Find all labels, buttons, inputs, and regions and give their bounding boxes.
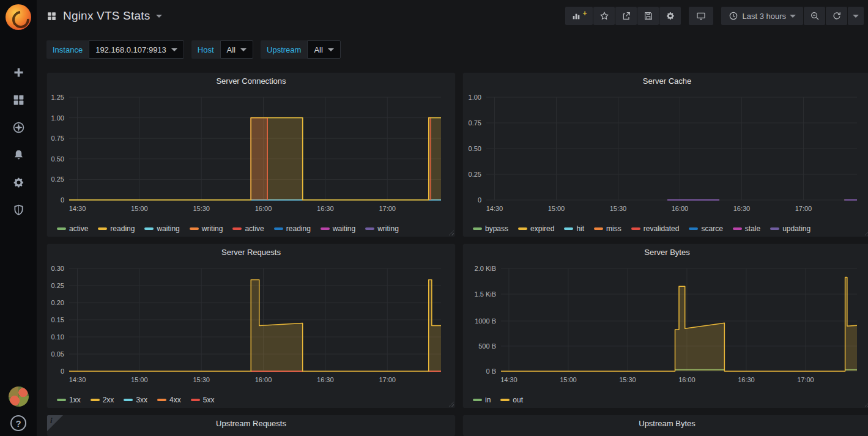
- add-icon[interactable]: [12, 65, 25, 79]
- legend-item-updating[interactable]: updating: [770, 224, 811, 233]
- chart-canvas: 1.000.750.500.25014:3015:0015:3016:0016:…: [463, 90, 868, 220]
- variable-upstream-value[interactable]: All: [307, 40, 340, 59]
- template-variables-row: Instance 192.168.0.107:9913 Host All Ups…: [46, 40, 341, 59]
- refresh-interval-dropdown[interactable]: [848, 7, 864, 25]
- svg-text:14:30: 14:30: [500, 376, 517, 383]
- dashboards-icon[interactable]: [12, 93, 25, 106]
- svg-text:16:00: 16:00: [678, 376, 696, 383]
- svg-text:15:30: 15:30: [193, 376, 210, 383]
- variable-instance-value[interactable]: 192.168.0.107:9913: [89, 40, 184, 59]
- chart-canvas: 2.0 KiB1.5 KiB1000 B500 B0 B14:3015:0015…: [463, 261, 868, 391]
- chart-plot-area[interactable]: 1.000.750.500.25014:3015:0015:3016:0016:…: [463, 90, 868, 220]
- panel-title[interactable]: Upstream Bytes: [463, 415, 868, 432]
- refresh-button[interactable]: [826, 7, 847, 25]
- share-button[interactable]: [615, 7, 637, 25]
- legend-item-writing[interactable]: writing: [365, 224, 399, 233]
- grafana-logo[interactable]: [6, 4, 31, 30]
- help-icon[interactable]: ?: [10, 415, 26, 431]
- legend-item-miss[interactable]: miss: [594, 224, 621, 233]
- variable-host: Host All: [191, 40, 253, 59]
- legend-label: 1xx: [69, 396, 81, 404]
- legend-item-3xx[interactable]: 3xx: [124, 396, 147, 404]
- svg-text:16:00: 16:00: [255, 205, 272, 212]
- alerting-bell-icon[interactable]: [12, 148, 25, 161]
- star-button[interactable]: [593, 7, 615, 25]
- legend-color-dash: [98, 227, 107, 230]
- cycle-view-mode-button[interactable]: [689, 7, 713, 25]
- legend-item-1xx[interactable]: 1xx: [57, 396, 81, 404]
- panel-title[interactable]: Server Cache: [463, 73, 868, 90]
- legend-item-bypass[interactable]: bypass: [473, 224, 508, 233]
- legend-item-active[interactable]: active: [57, 224, 88, 233]
- legend-item-reading[interactable]: reading: [98, 224, 135, 233]
- svg-text:17:00: 17:00: [795, 205, 812, 212]
- svg-text:17:00: 17:00: [797, 376, 814, 383]
- svg-text:17:00: 17:00: [379, 205, 396, 212]
- title-caret-icon: [156, 15, 162, 18]
- sidebar: ?: [0, 0, 37, 436]
- legend-color-dash: [500, 399, 510, 401]
- svg-text:0.10: 0.10: [51, 333, 64, 341]
- svg-text:0: 0: [61, 368, 64, 375]
- svg-text:0 B: 0 B: [486, 368, 496, 375]
- svg-text:1.00: 1.00: [51, 114, 64, 122]
- configuration-gear-icon[interactable]: [12, 176, 25, 189]
- legend-item-waiting[interactable]: waiting: [321, 224, 355, 233]
- svg-text:0.50: 0.50: [469, 145, 481, 152]
- add-panel-button[interactable]: +: [565, 7, 593, 25]
- legend-item-expired[interactable]: expired: [518, 224, 554, 233]
- chart-legend: bypassexpiredhitmissrevalidatedscarcesta…: [463, 220, 868, 238]
- monitor-icon: [696, 11, 706, 21]
- svg-text:16:30: 16:30: [317, 376, 334, 383]
- legend-item-in[interactable]: in: [473, 396, 491, 404]
- legend-item-reading[interactable]: reading: [274, 224, 311, 233]
- svg-text:0.15: 0.15: [51, 316, 64, 323]
- legend-item-waiting[interactable]: waiting: [144, 224, 179, 233]
- chevron-down-icon: [240, 48, 247, 51]
- legend-item-active[interactable]: active: [232, 224, 264, 233]
- zoom-out-button[interactable]: [804, 7, 825, 25]
- panel-title[interactable]: Server Requests: [47, 244, 455, 261]
- chart-plot-area[interactable]: 2.0 KiB1.5 KiB1000 B500 B0 B14:3015:0015…: [463, 261, 868, 391]
- server-admin-shield-icon[interactable]: [12, 203, 25, 216]
- legend-item-5xx[interactable]: 5xx: [191, 396, 215, 404]
- legend-item-writing[interactable]: writing: [190, 224, 223, 233]
- chart-plot-area[interactable]: 0.300.250.200.150.100.05014:3015:0015:30…: [47, 261, 455, 391]
- legend-item-scarce[interactable]: scarce: [689, 224, 722, 233]
- legend-color-dash: [473, 227, 482, 230]
- svg-text:0.25: 0.25: [469, 171, 481, 178]
- dashboard-title-button[interactable]: Nginx VTS Stats: [46, 0, 162, 32]
- refresh-caret-icon: [853, 15, 859, 18]
- legend-color-dash: [594, 227, 603, 230]
- legend-color-dash: [144, 227, 154, 230]
- explore-compass-icon[interactable]: [12, 120, 25, 134]
- legend-item-4xx[interactable]: 4xx: [157, 396, 181, 404]
- svg-text:0.75: 0.75: [469, 119, 481, 127]
- panel-title[interactable]: Server Bytes: [463, 244, 868, 261]
- panel-info-corner-icon[interactable]: i: [47, 415, 63, 431]
- svg-text:16:30: 16:30: [733, 205, 751, 212]
- variable-host-value[interactable]: All: [220, 40, 253, 59]
- zoom-out-magnifier-icon: [810, 11, 820, 21]
- chart-canvas: 1.251.000.750.500.25014:3015:0015:3016:0…: [47, 90, 455, 220]
- legend-item-revalidated[interactable]: revalidated: [631, 224, 680, 233]
- legend-item-out[interactable]: out: [500, 396, 523, 404]
- legend-item-stale[interactable]: stale: [733, 224, 760, 233]
- toolbar: + Last 3 hours: [565, 7, 864, 25]
- legend-label: hit: [576, 224, 584, 233]
- dashboard-settings-button[interactable]: [659, 7, 681, 25]
- legend-label: 4xx: [169, 396, 181, 404]
- svg-text:0.75: 0.75: [51, 135, 64, 142]
- legend-color-dash: [91, 399, 100, 401]
- user-avatar[interactable]: [9, 386, 29, 407]
- save-button[interactable]: [637, 7, 659, 25]
- panel-title[interactable]: Upstream Requests: [47, 415, 455, 432]
- time-range-picker[interactable]: Last 3 hours: [721, 7, 803, 25]
- chart-plot-area[interactable]: 1.251.000.750.500.25014:3015:0015:3016:0…: [47, 90, 455, 220]
- panel-upstream-requests: i Upstream Requests: [46, 415, 456, 436]
- legend-item-hit[interactable]: hit: [564, 224, 584, 233]
- panel-server-requests: Server Requests 0.300.250.200.150.100.05…: [46, 243, 456, 408]
- panel-title[interactable]: Server Connections: [47, 73, 455, 90]
- svg-text:2.0 KiB: 2.0 KiB: [475, 265, 496, 272]
- legend-item-2xx[interactable]: 2xx: [91, 396, 114, 404]
